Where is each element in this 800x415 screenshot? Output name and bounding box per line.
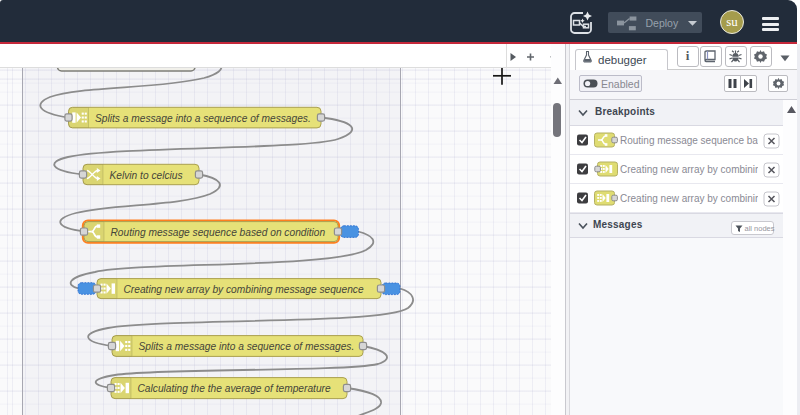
svg-text:Splits a message into a sequen: Splits a message into a sequence of mess…: [139, 341, 355, 352]
svg-text:Calculating the the average of: Calculating the the average of temperatu…: [138, 383, 331, 394]
svg-text:Creating new array by combinin: Creating new array by combining m: [620, 164, 777, 175]
svg-text:Kelvin to celcius: Kelvin to celcius: [110, 170, 183, 181]
svg-text:Routing message sequence based: Routing message sequence based on condit…: [111, 227, 326, 238]
svg-text:Routing message sequence based: Routing message sequence based: [620, 135, 774, 146]
svg-text:Creating new array by combinin: Creating new array by combining m: [620, 193, 777, 204]
svg-text:Creating new array by combinin: Creating new array by combining message …: [124, 284, 364, 295]
svg-text:Splits a message into a sequen: Splits a message into a sequence of mess…: [95, 113, 311, 124]
